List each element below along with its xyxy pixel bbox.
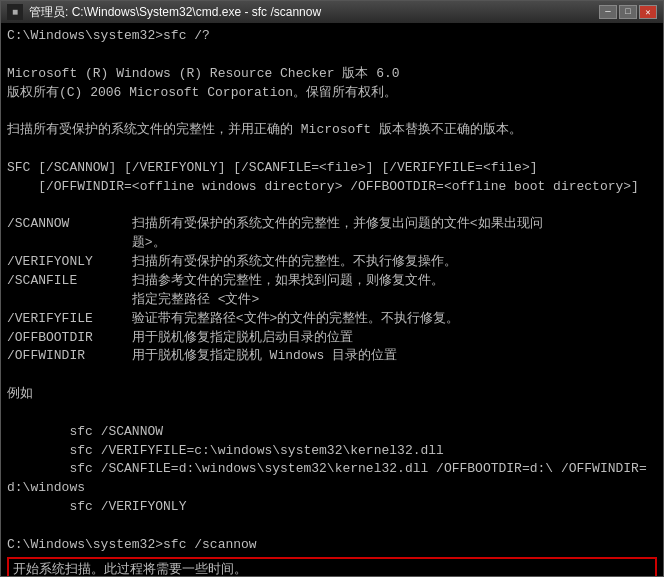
title-bar-buttons: ─ □ ✕ bbox=[599, 5, 657, 19]
terminal-line-6: 扫描所有受保护的系统文件的完整性，并用正确的 Microsoft 版本替换不正确… bbox=[7, 121, 657, 140]
terminal-line-blank3 bbox=[7, 140, 657, 159]
terminal-blank6 bbox=[7, 404, 657, 423]
minimize-button[interactable]: ─ bbox=[599, 5, 617, 19]
terminal-content[interactable]: C:\Windows\system32>sfc /? Microsoft (R)… bbox=[1, 23, 663, 576]
terminal-offwindir: /OFFWINDIR 用于脱机修复指定脱机 Windows 目录的位置 bbox=[7, 347, 657, 366]
terminal-ex1: sfc /SCANNOW bbox=[7, 423, 657, 442]
terminal-line-9: [/OFFWINDIR=<offline windows directory> … bbox=[7, 178, 657, 197]
terminal-line-1: C:\Windows\system32>sfc /? bbox=[7, 27, 657, 46]
terminal-scanfile2: 指定完整路径 <文件> bbox=[7, 291, 657, 310]
terminal-blank7 bbox=[7, 517, 657, 536]
terminal-line-blank2 bbox=[7, 102, 657, 121]
terminal-line-8: SFC [/SCANNOW] [/VERIFYONLY] [/SCANFILE=… bbox=[7, 159, 657, 178]
maximize-button[interactable]: □ bbox=[619, 5, 637, 19]
terminal-blank5 bbox=[7, 366, 657, 385]
highlighted-output: 开始系统扫描。此过程将需要一些时间。 开始系统扫描的验证阶段。 验证 4% 已完… bbox=[7, 557, 657, 576]
terminal-line-3: Microsoft (R) Windows (R) Resource Check… bbox=[7, 65, 657, 84]
close-button[interactable]: ✕ bbox=[639, 5, 657, 19]
title-bar-text: 管理员: C:\Windows\System32\cmd.exe - sfc /… bbox=[29, 4, 321, 21]
terminal-line-4: 版权所有(C) 2006 Microsoft Corporation。保留所有权… bbox=[7, 84, 657, 103]
terminal-ex2: sfc /VERIFYFILE=c:\windows\system32\kern… bbox=[7, 442, 657, 461]
title-bar-left: ■ 管理员: C:\Windows\System32\cmd.exe - sfc… bbox=[7, 4, 321, 21]
cmd-window: ■ 管理员: C:\Windows\System32\cmd.exe - sfc… bbox=[0, 0, 664, 577]
terminal-ex4: sfc /VERIFYONLY bbox=[7, 498, 657, 517]
terminal-line-blank1 bbox=[7, 46, 657, 65]
terminal-offbootdir: /OFFBOOTDIR 用于脱机修复指定脱机启动目录的位置 bbox=[7, 329, 657, 348]
terminal-scannow2: 题>。 bbox=[7, 234, 657, 253]
terminal-line-blank4 bbox=[7, 197, 657, 216]
terminal-ex3: sfc /SCANFILE=d:\windows\system32\kernel… bbox=[7, 460, 657, 498]
terminal-example-label: 例如 bbox=[7, 385, 657, 404]
cmd-icon: ■ bbox=[7, 4, 23, 20]
terminal-cmd-scannow: C:\Windows\system32>sfc /scannow bbox=[7, 536, 657, 555]
terminal-scanfile: /SCANFILE 扫描参考文件的完整性，如果找到问题，则修复文件。 bbox=[7, 272, 657, 291]
terminal-verifyonly: /VERIFYONLY 扫描所有受保护的系统文件的完整性。不执行修复操作。 bbox=[7, 253, 657, 272]
title-bar: ■ 管理员: C:\Windows\System32\cmd.exe - sfc… bbox=[1, 1, 663, 23]
terminal-scannow: /SCANNOW 扫描所有受保护的系统文件的完整性，并修复出问题的文件<如果出现… bbox=[7, 215, 657, 234]
highlight-line1: 开始系统扫描。此过程将需要一些时间。 bbox=[13, 561, 651, 576]
terminal-verifyfile: /VERIFYFILE 验证带有完整路径<文件>的文件的完整性。不执行修复。 bbox=[7, 310, 657, 329]
